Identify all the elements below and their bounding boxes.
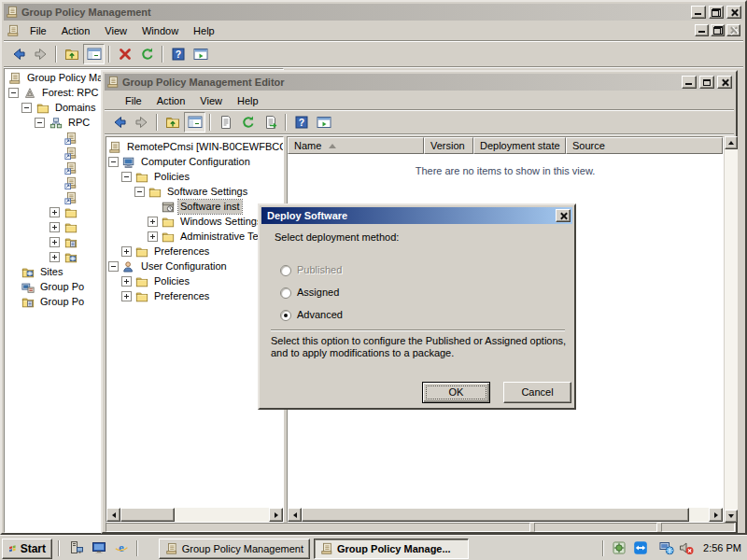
- tree-item-windows-settings[interactable]: Windows Settings: [106, 215, 283, 230]
- collapse-expander-icon[interactable]: [8, 88, 19, 98]
- menu-file[interactable]: File: [22, 23, 54, 38]
- properties-button[interactable]: [215, 112, 236, 133]
- remote-desktop-icon[interactable]: [92, 540, 106, 555]
- delete-button[interactable]: [114, 44, 135, 64]
- horizontal-scrollbar[interactable]: [106, 508, 283, 522]
- tree-item-preferences[interactable]: Preferences: [106, 245, 283, 259]
- radio-advanced-label[interactable]: Advanced: [297, 308, 343, 321]
- close-button[interactable]: [556, 209, 571, 222]
- refresh-button[interactable]: [237, 112, 259, 133]
- collapse-expander-icon[interactable]: [121, 172, 132, 182]
- menu-file[interactable]: File: [118, 93, 149, 108]
- up-one-level-button[interactable]: [162, 112, 183, 133]
- menu-action[interactable]: Action: [54, 23, 98, 38]
- restore-button[interactable]: [709, 6, 724, 19]
- expand-expander-icon[interactable]: [49, 222, 60, 232]
- collapse-expander-icon[interactable]: [108, 261, 119, 272]
- menu-action[interactable]: Action: [149, 93, 193, 108]
- tree-item-preferences[interactable]: Preferences: [106, 289, 283, 304]
- close-button[interactable]: [717, 76, 732, 89]
- expand-expander-icon[interactable]: [49, 207, 60, 217]
- radio-assigned[interactable]: [280, 287, 291, 299]
- taskbar: Start Group Policy Management Group Poli…: [0, 535, 747, 560]
- collapse-expander-icon[interactable]: [35, 118, 45, 128]
- tree-item-computer-configuration[interactable]: Computer Configuration: [106, 155, 283, 170]
- tree-item-policies[interactable]: Policies: [106, 274, 283, 289]
- scroll-up-button[interactable]: [725, 136, 738, 149]
- horizontal-scrollbar[interactable]: [288, 508, 723, 522]
- menu-window[interactable]: Window: [134, 23, 186, 38]
- expand-expander-icon[interactable]: [49, 237, 60, 247]
- scroll-left-button[interactable]: [288, 508, 302, 522]
- help-button[interactable]: [290, 112, 312, 133]
- expand-expander-icon[interactable]: [148, 231, 158, 242]
- network-tray-icon[interactable]: [659, 540, 674, 555]
- minimize-button[interactable]: [682, 76, 697, 89]
- volume-muted-tray-icon[interactable]: [679, 540, 694, 555]
- expand-expander-icon[interactable]: [121, 246, 132, 257]
- collapse-expander-icon[interactable]: [134, 187, 145, 197]
- tree-item-gpo-root[interactable]: RemotePCmsi [WIN-B0CEWFBCCU: [106, 140, 283, 155]
- minimize-button[interactable]: [691, 6, 706, 19]
- tree-item-software-settings[interactable]: Software Settings: [106, 185, 283, 200]
- refresh-icon: [241, 115, 256, 130]
- tree-item-user-configuration[interactable]: User Configuration: [106, 259, 283, 274]
- scroll-left-button[interactable]: [106, 508, 120, 522]
- back-button[interactable]: [108, 112, 130, 133]
- new-window-button[interactable]: [190, 44, 211, 64]
- installer-tray-icon[interactable]: [612, 540, 627, 555]
- scrollbar-thumb[interactable]: [120, 508, 175, 522]
- column-header-name[interactable]: Name: [288, 137, 424, 154]
- radio-assigned-label[interactable]: Assigned: [297, 286, 339, 299]
- dialog-titlebar[interactable]: Deploy Software: [261, 207, 572, 224]
- taskbar-button-group-policy-editor[interactable]: Group Policy Manage...: [314, 539, 469, 559]
- main-window-title: Group Policy Management: [21, 7, 688, 18]
- main-titlebar[interactable]: Group Policy Management: [4, 4, 743, 21]
- server-manager-icon[interactable]: [69, 540, 84, 555]
- column-header-version[interactable]: Version: [424, 137, 473, 154]
- show-console-tree-button[interactable]: [83, 44, 105, 64]
- menu-view[interactable]: View: [192, 93, 230, 108]
- expand-expander-icon[interactable]: [121, 291, 132, 301]
- expand-expander-icon[interactable]: [49, 252, 60, 262]
- radio-advanced[interactable]: [280, 310, 291, 321]
- taskbar-button-group-policy-management[interactable]: Group Policy Management: [159, 539, 310, 559]
- expand-expander-icon[interactable]: [121, 276, 132, 287]
- internet-explorer-icon[interactable]: [114, 540, 129, 555]
- collapse-expander-icon[interactable]: [108, 157, 119, 167]
- mdi-minimize-button[interactable]: [695, 24, 709, 36]
- start-button[interactable]: Start: [2, 539, 52, 559]
- teamviewer-tray-icon[interactable]: [633, 540, 648, 555]
- export-list-button[interactable]: [260, 112, 281, 133]
- collapse-expander-icon[interactable]: [21, 103, 32, 113]
- back-button[interactable]: [7, 44, 29, 64]
- menu-help[interactable]: Help: [186, 23, 222, 38]
- cancel-button[interactable]: Cancel: [503, 382, 571, 403]
- tree-item-policies[interactable]: Policies: [106, 170, 283, 185]
- column-header-source[interactable]: Source: [566, 137, 723, 154]
- vertical-scrollbar[interactable]: [725, 136, 738, 523]
- close-button[interactable]: [726, 6, 741, 19]
- scroll-right-button[interactable]: [709, 508, 723, 522]
- tree-item-software-installation[interactable]: Software inst: [106, 200, 283, 215]
- mdi-restore-button[interactable]: [711, 24, 725, 36]
- refresh-button[interactable]: [136, 44, 158, 64]
- menu-help[interactable]: Help: [230, 93, 266, 108]
- tree-item-label: Domains: [53, 101, 97, 115]
- tree-item-administrative-templates[interactable]: Administrative Te: [106, 230, 283, 245]
- gpmc-console-icon: [8, 72, 21, 85]
- expand-expander-icon[interactable]: [148, 217, 158, 227]
- scroll-right-button[interactable]: [269, 508, 283, 522]
- column-header-deployment-state[interactable]: Deployment state: [473, 137, 566, 154]
- scroll-down-button[interactable]: [725, 510, 738, 523]
- maximize-button[interactable]: [699, 76, 714, 89]
- ok-button[interactable]: OK: [422, 382, 490, 403]
- up-one-level-button[interactable]: [61, 44, 82, 64]
- tree-item-label: Group Po: [38, 295, 86, 309]
- new-window-button[interactable]: [313, 112, 334, 133]
- help-button[interactable]: [167, 44, 189, 64]
- editor-titlebar[interactable]: Group Policy Management Editor: [105, 74, 734, 91]
- scrollbar-thumb[interactable]: [302, 508, 689, 522]
- menu-view[interactable]: View: [97, 23, 134, 38]
- show-console-tree-button[interactable]: [184, 112, 205, 133]
